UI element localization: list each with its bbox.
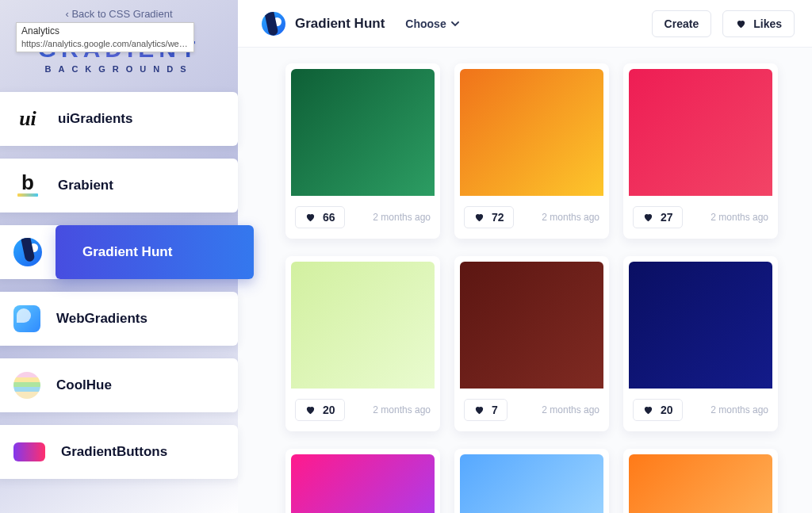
main-content: Gradient Hunt Choose Create Likes 662 mo… [238, 0, 812, 513]
sidebar-item-grabient[interactable]: b Grabient [0, 159, 238, 212]
gradient-hunt-icon [13, 238, 42, 266]
time-ago: 2 months ago [710, 212, 768, 223]
gradient-grid: 662 months ago722 months ago272 months a… [238, 48, 812, 513]
uigradients-icon: ui [13, 105, 42, 133]
heart-icon [642, 212, 654, 223]
gradient-swatch[interactable] [460, 262, 603, 389]
heart-icon [473, 212, 485, 223]
tooltip-url: https://analytics.google.com/analytics/w… [21, 38, 189, 49]
gradient-swatch[interactable] [291, 454, 435, 513]
like-button[interactable]: 72 [464, 206, 514, 228]
topbar: Gradient Hunt Choose Create Likes [238, 0, 812, 48]
webgradients-icon [13, 305, 40, 332]
sidebar-list: ui uiGradients b Grabient Gradient Hunt … [0, 92, 238, 479]
tooltip-title: Analytics [21, 25, 189, 38]
gradient-hunt-icon [262, 12, 285, 36]
sidebar-item-label: Grabient [58, 178, 113, 193]
sidebar-item-gradientbuttons[interactable]: GradientButtons [0, 425, 238, 479]
sidebar: ‹ Back to CSS Gradient Analytics https:/… [0, 0, 238, 513]
chevron-down-icon [451, 20, 459, 28]
sidebar-item-label: WebGradients [56, 311, 147, 327]
sidebar-item-coolhue[interactable]: CoolHue [0, 358, 238, 412]
heart-icon [304, 212, 316, 223]
gradient-card[interactable]: 202 months ago [623, 256, 778, 431]
sidebar-item-label: GradientButtons [61, 444, 167, 460]
gradient-card[interactable] [285, 449, 440, 513]
gradient-card[interactable] [454, 449, 609, 513]
choose-label: Choose [405, 17, 446, 30]
like-count: 72 [492, 211, 504, 224]
sidebar-item-label: uiGradients [58, 111, 132, 127]
create-button[interactable]: Create [652, 10, 712, 37]
like-count: 20 [323, 404, 335, 416]
heart-icon [304, 404, 316, 415]
create-label: Create [665, 17, 699, 30]
like-button[interactable]: 20 [295, 399, 345, 421]
back-link[interactable]: ‹ Back to CSS Gradient [65, 8, 172, 20]
card-meta: 202 months ago [285, 389, 440, 431]
time-ago: 2 months ago [542, 404, 599, 415]
time-ago: 2 months ago [710, 404, 768, 415]
gradient-card[interactable]: 72 months ago [454, 256, 609, 431]
time-ago: 2 months ago [373, 404, 431, 415]
link-preview-tooltip: Analytics https://analytics.google.com/a… [16, 22, 194, 52]
gradient-card[interactable] [623, 449, 778, 513]
gradient-swatch[interactable] [629, 454, 772, 513]
heart-icon [735, 18, 747, 29]
coolhue-icon [13, 372, 40, 399]
gradient-card[interactable]: 722 months ago [454, 63, 609, 239]
card-meta: 202 months ago [623, 389, 778, 431]
brand-subtitle: BACKGROUNDS [45, 64, 193, 74]
card-meta: 72 months ago [454, 389, 609, 431]
sidebar-active-badge: Gradient Hunt [56, 225, 254, 279]
grabient-icon: b [13, 171, 42, 200]
gradient-card[interactable]: 662 months ago [285, 63, 440, 239]
topbar-brand[interactable]: Gradient Hunt [262, 12, 385, 36]
like-button[interactable]: 66 [295, 206, 345, 228]
sidebar-item-label: CoolHue [56, 377, 112, 393]
time-ago: 2 months ago [373, 212, 431, 223]
sidebar-item-label: Gradient Hunt [82, 244, 172, 260]
like-button[interactable]: 27 [633, 206, 683, 228]
like-count: 7 [492, 404, 498, 416]
heart-icon [642, 404, 654, 415]
gradient-swatch[interactable] [291, 69, 435, 196]
sidebar-item-webgradients[interactable]: WebGradients [0, 292, 238, 346]
choose-dropdown[interactable]: Choose [405, 17, 458, 30]
gradient-swatch[interactable] [629, 262, 772, 389]
heart-icon [473, 404, 485, 415]
sidebar-item-gradienthunt[interactable]: Gradient Hunt [0, 225, 254, 279]
likes-label: Likes [753, 17, 782, 30]
gradient-swatch[interactable] [291, 262, 435, 389]
gradientbuttons-icon [13, 442, 45, 461]
gradient-swatch[interactable] [629, 69, 772, 196]
gradient-card[interactable]: 202 months ago [285, 256, 440, 431]
gradient-swatch[interactable] [460, 454, 603, 513]
like-count: 20 [661, 404, 673, 416]
sidebar-item-uigradients[interactable]: ui uiGradients [0, 92, 238, 146]
topbar-brand-name: Gradient Hunt [295, 16, 385, 32]
gradient-swatch[interactable] [460, 69, 603, 196]
like-button[interactable]: 7 [464, 399, 508, 421]
like-count: 27 [661, 211, 673, 224]
card-meta: 722 months ago [454, 196, 609, 239]
card-meta: 272 months ago [623, 196, 778, 239]
card-meta: 662 months ago [285, 196, 440, 239]
gradient-card[interactable]: 272 months ago [623, 63, 778, 239]
like-count: 66 [323, 211, 335, 224]
like-button[interactable]: 20 [633, 399, 683, 421]
time-ago: 2 months ago [542, 212, 599, 223]
likes-button[interactable]: Likes [722, 10, 795, 37]
